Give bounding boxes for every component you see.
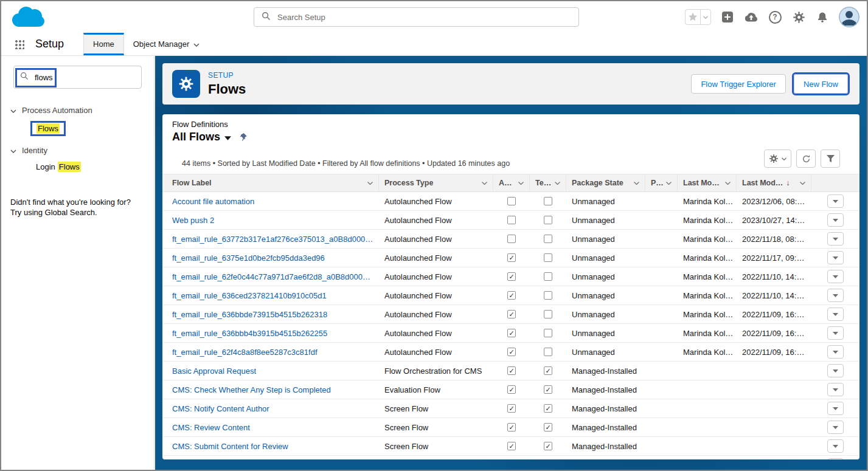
card-label: Flow Definitions — [172, 120, 850, 129]
page-header-text: SETUP Flows — [208, 71, 246, 97]
quick-find-input[interactable] — [33, 72, 135, 83]
active-cell: ✓ — [493, 404, 530, 413]
process-type-cell: Autolaunched Flow — [379, 291, 493, 300]
row-actions-button[interactable] — [827, 194, 844, 208]
flow-label-link[interactable]: Account file automation — [172, 197, 254, 206]
flow-label-link[interactable]: ft_email_rule_62fe0c44c77a971d7ae6f2d8_a… — [172, 272, 373, 281]
flow-label-cell: ft_email_rule_62f4c8a8f8ee5287c3c81fdf — [162, 348, 379, 357]
process-type-cell: Autolaunched Flow — [379, 197, 493, 206]
column-header[interactable]: Process Type — [379, 174, 493, 191]
column-header[interactable]: Flow Label — [162, 174, 379, 191]
row-actions-button[interactable] — [827, 270, 844, 283]
flow-label-link[interactable]: Basic Approval Request — [172, 366, 256, 376]
sidebar-item-login-flows[interactable]: LoginFlows — [36, 162, 81, 171]
favorites-star-icon[interactable] — [686, 12, 700, 22]
package-state-cell: Unmanaged — [566, 253, 645, 263]
row-actions-button[interactable] — [827, 439, 844, 453]
setup-sidebar: Process Automation Flows Identity LoginF… — [1, 56, 155, 470]
active-cell: ✓ — [493, 310, 530, 318]
global-search[interactable] — [254, 7, 579, 27]
column-header[interactable]: Package State — [566, 174, 645, 191]
global-actions-icon[interactable] — [720, 10, 735, 24]
flow-label-link[interactable]: ft_email_rule_6375e1d0be2fcb95dda3ed96 — [172, 253, 325, 263]
flow-label-cell: Account file automation — [162, 197, 379, 206]
flow-trigger-explorer-button[interactable]: Flow Trigger Explorer — [691, 74, 786, 94]
flow-label-link[interactable]: CMS: Review Content — [172, 423, 250, 432]
row-actions-button[interactable] — [827, 364, 844, 377]
notifications-bell-icon[interactable] — [815, 10, 830, 24]
sidebar-section-process-automation[interactable]: Process Automation — [1, 106, 154, 115]
row-actions-button[interactable] — [827, 289, 844, 302]
app-launcher-icon[interactable] — [15, 40, 24, 49]
row-actions-button[interactable] — [827, 232, 844, 246]
new-flow-button[interactable]: New Flow — [794, 74, 848, 94]
row-actions-button[interactable] — [827, 383, 844, 396]
flow-label-cell: ft_email_rule_636ced237821410b910c05d1 — [162, 291, 379, 300]
list-settings-button[interactable] — [764, 150, 791, 168]
column-header[interactable]: P… — [645, 174, 678, 191]
last-modified-date-cell: 2022/11/09, 16:… — [737, 329, 811, 338]
last-modified-by-cell: Marinda Kol… — [678, 197, 737, 206]
flow-label-link[interactable]: ft_email_rule_636ced237821410b910c05d1 — [172, 291, 327, 300]
flow-label-link[interactable]: ft_email_rule_62f4c8a8f8ee5287c3c81fdf — [172, 348, 318, 357]
flow-label-cell: ft_email_rule_63772b317e1af276ce375013_a… — [162, 235, 379, 244]
deploy-cloud-icon[interactable] — [744, 10, 759, 24]
last-modified-date-cell: 2022/11/09, 16:… — [737, 310, 811, 319]
global-header: ? — [1, 1, 867, 33]
process-type-cell: Screen Flow — [379, 423, 493, 432]
table-row: CMS: Withdraw Review RequestScreen Flow✓… — [162, 456, 859, 459]
pin-list-icon[interactable] — [238, 132, 248, 142]
active-cell: ✓ — [493, 253, 530, 262]
row-actions-button[interactable] — [827, 251, 844, 264]
package-state-cell: Unmanaged — [566, 329, 645, 338]
last-modified-by-cell: Marinda Kol… — [678, 329, 737, 338]
column-header[interactable]: A… — [493, 174, 530, 191]
unchecked-checkbox-icon — [544, 235, 552, 243]
row-actions-button[interactable] — [827, 213, 844, 227]
checked-checkbox-icon: ✓ — [507, 442, 516, 450]
filter-button[interactable] — [821, 150, 840, 168]
page-header-card: SETUP Flows Flow Trigger Explorer New Fl… — [162, 63, 859, 105]
row-actions-button[interactable] — [827, 326, 844, 340]
list-view-selector[interactable]: All Flows — [172, 131, 231, 143]
row-actions-button[interactable] — [827, 402, 844, 415]
package-state-cell: Unmanaged — [566, 348, 645, 357]
column-header[interactable]: Last Mod… ↓ — [737, 174, 811, 191]
quick-find-search[interactable] — [13, 66, 142, 89]
sidebar-section-identity[interactable]: Identity — [1, 146, 154, 155]
help-icon[interactable]: ? — [768, 10, 782, 24]
column-header[interactable]: Te… — [530, 174, 566, 191]
flow-label-link[interactable]: ft_email_rule_636bbb4b3915b4515b262255 — [172, 329, 327, 338]
flow-label-link[interactable]: Web push 2 — [172, 216, 214, 225]
column-header[interactable]: Last Mo… — [678, 174, 737, 191]
table-row: Account file automationAutolaunched Flow… — [162, 192, 859, 211]
setup-tile-gear-icon — [172, 70, 200, 98]
global-search-input[interactable] — [276, 12, 571, 22]
flow-label-link[interactable]: ft_email_rule_636bbde73915b4515b262318 — [172, 310, 327, 319]
setup-gear-icon[interactable] — [791, 10, 806, 24]
refresh-button[interactable] — [796, 150, 816, 168]
flow-label-link[interactable]: CMS: Submit Content for Review — [172, 442, 288, 451]
row-actions-cell — [811, 289, 859, 302]
row-actions-cell — [811, 458, 859, 459]
row-actions-button[interactable] — [827, 458, 844, 459]
row-actions-button[interactable] — [827, 308, 844, 321]
unchecked-checkbox-icon — [544, 310, 552, 318]
flow-label-link[interactable]: CMS: Notify Content Author — [172, 404, 269, 413]
salesforce-logo[interactable] — [10, 5, 46, 33]
tab-object-manager[interactable]: Object Manager — [124, 33, 209, 55]
checked-checkbox-icon: ✓ — [507, 348, 516, 356]
favorites-control[interactable] — [685, 9, 711, 25]
flow-label-link[interactable]: ft_email_rule_63772b317e1af276ce375013_a… — [172, 235, 373, 244]
table-row: ft_email_rule_63772b317e1af276ce375013_a… — [162, 230, 859, 249]
favorites-caret-icon[interactable] — [700, 10, 710, 24]
user-avatar[interactable] — [839, 7, 859, 27]
tab-home[interactable]: Home — [83, 33, 124, 55]
row-actions-button[interactable] — [827, 421, 844, 434]
table-body: Account file automationAutolaunched Flow… — [162, 192, 859, 459]
row-actions-button[interactable] — [827, 345, 844, 359]
sidebar-item-flows[interactable]: Flows — [36, 123, 60, 134]
table-row: CMS: Notify Content AuthorScreen Flow✓✓M… — [162, 399, 859, 418]
flow-label-link[interactable]: CMS: Check Whether Any Step is Completed — [172, 385, 331, 394]
flow-label-cell: ft_email_rule_636bbde73915b4515b262318 — [162, 310, 379, 319]
